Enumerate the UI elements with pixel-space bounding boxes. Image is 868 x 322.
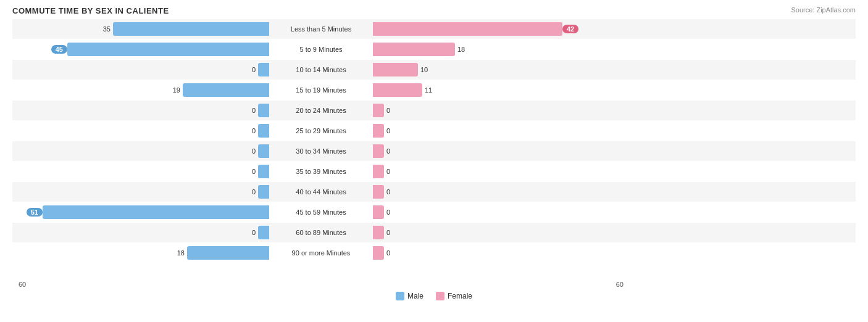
table-row: 455 to 9 Minutes18	[12, 39, 856, 59]
chart-container: COMMUTE TIME BY SEX IN CALIENTE Source: …	[0, 0, 868, 322]
axis-right: 60	[370, 281, 630, 288]
legend-male-label: Male	[407, 292, 424, 300]
legend-male-icon	[396, 292, 404, 300]
row-label: 35 to 39 Minutes	[272, 168, 370, 175]
left-bar-area: 51	[12, 205, 272, 219]
table-row: 035 to 39 Minutes0	[12, 162, 856, 181]
right-bar-area: 0	[370, 165, 630, 178]
row-label: 15 to 19 Minutes	[272, 86, 370, 94]
table-row: 1915 to 19 Minutes11	[12, 80, 856, 100]
axis-row: 60 60	[12, 281, 856, 288]
legend-female-label: Female	[448, 292, 472, 300]
legend: Male Female	[12, 292, 856, 300]
left-bar-area: 45	[12, 43, 272, 56]
row-label: 40 to 44 Minutes	[272, 188, 370, 196]
right-bar-area: 0	[370, 144, 630, 158]
right-bar-area: 0	[370, 185, 630, 199]
table-row: 030 to 34 Minutes0	[12, 141, 856, 161]
table-row: 5145 to 59 Minutes0	[12, 202, 856, 222]
right-bar-area: 0	[370, 246, 630, 260]
row-label: Less than 5 Minutes	[272, 25, 370, 33]
left-bar-area: 0	[12, 63, 272, 76]
table-row: 1890 or more Minutes0	[12, 243, 856, 263]
legend-female: Female	[436, 292, 472, 300]
chart-area: 35Less than 5 Minutes42455 to 9 Minutes1…	[12, 19, 856, 278]
left-bar-area: 0	[12, 165, 272, 178]
row-label: 10 to 14 Minutes	[272, 66, 370, 73]
table-row: 020 to 24 Minutes0	[12, 101, 856, 120]
table-row: 025 to 29 Minutes0	[12, 121, 856, 141]
left-bar-area: 19	[12, 83, 272, 97]
row-label: 90 or more Minutes	[272, 249, 370, 257]
row-label: 60 to 89 Minutes	[272, 229, 370, 236]
source-text: Source: ZipAtlas.com	[791, 6, 856, 14]
table-row: 040 to 44 Minutes0	[12, 182, 856, 202]
left-bar-area: 0	[12, 104, 272, 117]
right-bar-area: 18	[370, 43, 630, 56]
left-bar-area: 35	[12, 22, 272, 36]
table-row: 010 to 14 Minutes10	[12, 60, 856, 80]
right-bar-area: 0	[370, 226, 630, 239]
right-bar-area: 11	[370, 83, 630, 97]
right-bar-area: 0	[370, 205, 630, 219]
right-bar-area: 42	[370, 22, 630, 36]
left-bar-area: 0	[12, 226, 272, 239]
row-label: 45 to 59 Minutes	[272, 208, 370, 216]
chart-title: COMMUTE TIME BY SEX IN CALIENTE	[12, 6, 856, 15]
left-bar-area: 0	[12, 144, 272, 158]
row-label: 30 to 34 Minutes	[272, 147, 370, 155]
left-bar-area: 0	[12, 185, 272, 199]
legend-male: Male	[396, 292, 424, 300]
table-row: 35Less than 5 Minutes42	[12, 19, 856, 39]
row-label: 25 to 29 Minutes	[272, 127, 370, 134]
row-label: 5 to 9 Minutes	[272, 46, 370, 53]
right-bar-area: 10	[370, 63, 630, 76]
right-bar-area: 0	[370, 104, 630, 117]
right-bar-area: 0	[370, 124, 630, 138]
row-label: 20 to 24 Minutes	[272, 107, 370, 114]
left-bar-area: 18	[12, 246, 272, 260]
left-bar-area: 0	[12, 124, 272, 138]
axis-left: 60	[12, 281, 272, 288]
table-row: 060 to 89 Minutes0	[12, 223, 856, 242]
legend-female-icon	[436, 292, 444, 300]
